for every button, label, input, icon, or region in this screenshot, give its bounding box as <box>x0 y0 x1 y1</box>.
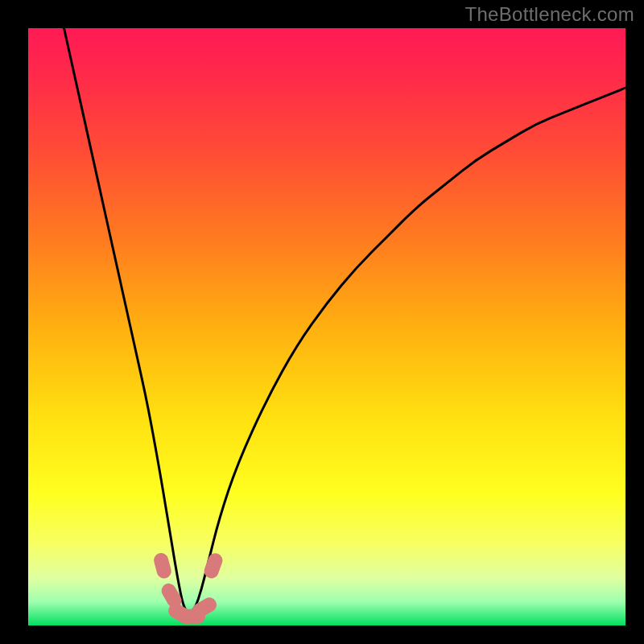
watermark-text: TheBottleneck.com <box>464 3 634 26</box>
chart-frame: TheBottleneck.com <box>0 0 644 644</box>
bottleneck-chart <box>0 0 644 644</box>
plot-background <box>28 28 625 625</box>
